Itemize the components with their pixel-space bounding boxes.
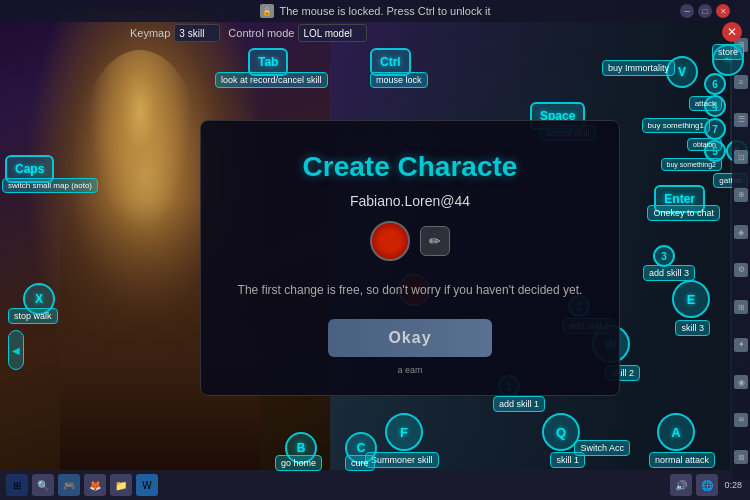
maximize-button[interactable]: □ — [698, 4, 712, 18]
okay-button[interactable]: Okay — [328, 319, 491, 357]
search-taskbar[interactable]: 🔍 — [32, 474, 54, 496]
minimize-button[interactable]: ─ — [680, 4, 694, 18]
control-mode-select[interactable]: LOL model — [298, 24, 367, 42]
switch-acc-label: Switch Acc — [574, 440, 630, 456]
num6-key[interactable]: 6 — [704, 73, 726, 95]
mouse-lock-label: mouse lock — [370, 72, 428, 88]
buy-label2: buy something2 — [661, 158, 722, 171]
sidebar-icon-3[interactable]: ☰ — [734, 113, 748, 127]
edit-avatar-button[interactable]: ✏ — [420, 226, 450, 256]
num3-key[interactable]: 3 — [653, 245, 675, 267]
notification-bar: 🔒 The mouse is locked. Press Ctrl to unl… — [0, 0, 750, 22]
normal-attack-label: normal attack — [649, 452, 715, 468]
dialog-title: Create Characte — [231, 151, 589, 183]
switch-map-label: switch small map (aoto) — [2, 178, 98, 193]
start-button[interactable]: ⊞ — [6, 474, 28, 496]
sidebar-icon-9[interactable]: ✦ — [734, 338, 748, 352]
control-mode-label: Control mode — [228, 27, 294, 39]
cure-label: cure — [345, 455, 375, 471]
controls-bar: Keymap 3 skill Control mode LOL model — [130, 22, 367, 44]
obtaion-label: obtaion — [687, 138, 722, 151]
control-mode-group: Control mode LOL model — [228, 24, 367, 42]
keymap-select[interactable]: 3 skill — [174, 24, 220, 42]
f-key[interactable]: F — [385, 413, 423, 451]
taskbar-app-2[interactable]: 🦊 — [84, 474, 106, 496]
taskbar-sys-1[interactable]: 🔊 — [670, 474, 692, 496]
taskbar-sys-2[interactable]: 🌐 — [696, 474, 718, 496]
skill3-label: skill 3 — [675, 320, 710, 336]
a-key[interactable]: A — [657, 413, 695, 451]
notification-text: The mouse is locked. Press Ctrl to unloc… — [280, 5, 491, 17]
sidebar-icon-11[interactable]: ≋ — [734, 413, 748, 427]
go-home-label: go home — [275, 455, 322, 471]
create-character-dialog: Create Characte Fabiano.Loren@44 ✏ The f… — [200, 120, 620, 396]
keymap-label: Keymap — [130, 27, 170, 39]
add-skill3-label: add skill 3 — [643, 265, 695, 281]
taskbar: ⊞ 🔍 🎮 🦊 📁 W 🔊 🌐 0:28 — [0, 470, 750, 500]
add-skill1-label: add skill 1 — [493, 396, 545, 412]
taskbar-app-1[interactable]: 🎮 — [58, 474, 80, 496]
dialog-email: Fabiano.Loren@44 — [231, 193, 589, 209]
sidebar-icon-8[interactable]: ⊞ — [734, 300, 748, 314]
taskbar-app-3[interactable]: 📁 — [110, 474, 132, 496]
lock-icon: 🔒 — [260, 4, 274, 18]
avatar — [370, 221, 410, 261]
close-window-button[interactable]: ✕ — [716, 4, 730, 18]
sidebar-icon-10[interactable]: ◉ — [734, 375, 748, 389]
buy-label1: buy something1 — [642, 118, 710, 133]
scroll-left[interactable]: ◀ — [8, 330, 24, 370]
buy-immortality-label: buy Immortality — [602, 60, 675, 76]
taskbar-time: 0:28 — [724, 480, 742, 490]
sidebar-icon-7[interactable]: ⚙ — [734, 263, 748, 277]
dialog-avatar-row: ✏ — [231, 221, 589, 261]
window-controls[interactable]: ─ □ ✕ — [680, 0, 730, 22]
close-button[interactable]: ✕ — [722, 22, 742, 42]
right-sidebar: ⊞ ≡ ☰ ⊡ ⊕ ◈ ⚙ ⊞ ✦ ◉ ≋ ⊠ — [732, 22, 750, 480]
stop-walk-label: stop walk — [8, 308, 58, 324]
onekey-chat-label: Onekey to chat — [647, 205, 720, 221]
summoner-skill-label: Summoner skill — [365, 452, 439, 468]
e-key[interactable]: E — [672, 280, 710, 318]
sidebar-icon-2[interactable]: ≡ — [734, 75, 748, 89]
sidebar-icon-4[interactable]: ⊡ — [734, 150, 748, 164]
dialog-description: The first change is free, so don't worry… — [231, 281, 589, 299]
team-label: a eam — [231, 365, 589, 375]
taskbar-app-4[interactable]: W — [136, 474, 158, 496]
sidebar-icon-6[interactable]: ◈ — [734, 225, 748, 239]
look-record-label: look at record/cancel skill — [215, 72, 328, 88]
sidebar-icon-5[interactable]: ⊕ — [734, 188, 748, 202]
attack-label: attack — [689, 96, 722, 111]
sidebar-icon-12[interactable]: ⊠ — [734, 450, 748, 464]
keymap-group: Keymap 3 skill — [130, 24, 220, 42]
store-label: store — [712, 44, 744, 60]
